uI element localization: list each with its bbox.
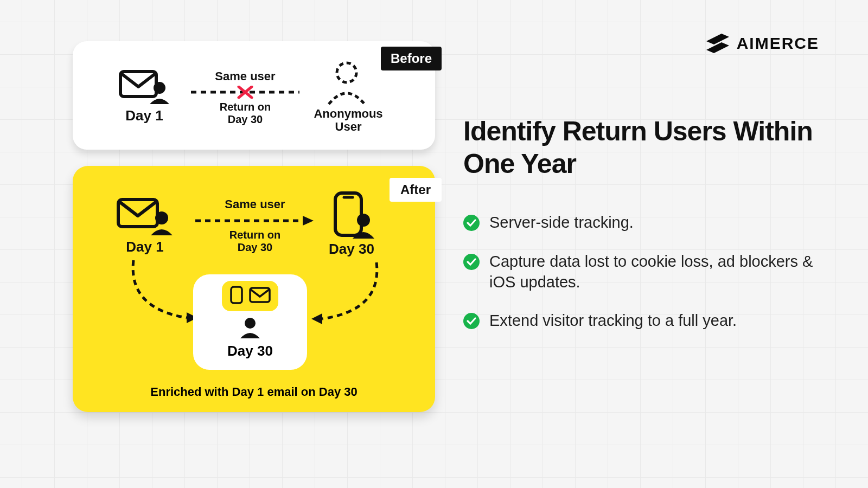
headline: Identify Return Users Within One Year — [463, 115, 821, 180]
bullet-text: Extend visitor tracking to a full year. — [489, 311, 737, 331]
curved-dashed-arrow-icon — [117, 259, 204, 332]
svg-point-1 — [463, 254, 480, 270]
bullet-item: Extend visitor tracking to a full year. — [463, 311, 821, 331]
svg-rect-12 — [335, 193, 361, 235]
enriched-caption: Enriched with Day 1 email on Day 30 — [73, 385, 435, 399]
svg-point-0 — [463, 215, 480, 231]
curved-dashed-arrow-icon — [301, 261, 393, 334]
email-user-icon — [115, 195, 175, 239]
before-badge: Before — [381, 47, 442, 70]
bullet-list: Server-side tracking. Capture data lost … — [463, 213, 821, 331]
dashed-right-arrow-icon — [195, 215, 315, 229]
svg-point-2 — [463, 313, 480, 329]
phone-icon — [229, 285, 244, 307]
after-badge: After — [390, 178, 442, 202]
svg-point-4 — [154, 82, 165, 94]
check-circle-icon — [463, 252, 480, 272]
brand-name: AIMERCE — [737, 34, 819, 53]
phone-user-icon — [329, 190, 378, 242]
bullet-text: Server-side tracking. — [489, 213, 634, 233]
svg-point-8 — [337, 63, 356, 82]
before-card: Before Day 1 Same user Return on Day 30 … — [73, 41, 435, 150]
enriched-user-box: Day 30 — [193, 274, 307, 370]
svg-point-17 — [245, 318, 256, 329]
after-card: After Day 1 Same user Return on Day 30 D… — [73, 166, 435, 412]
before-arrow-bottom-label: Return on Day 30 — [191, 101, 299, 126]
svg-rect-15 — [231, 287, 242, 303]
svg-rect-16 — [250, 288, 270, 302]
user-icon — [238, 316, 262, 342]
dashed-blocked-arrow-icon — [191, 86, 299, 101]
bullet-item: Capture data lost to cookie loss, ad blo… — [463, 252, 821, 292]
svg-point-14 — [357, 214, 370, 227]
before-arrow-top-label: Same user — [191, 69, 299, 84]
after-arrow-bottom-label: Return on Day 30 — [195, 229, 315, 254]
after-day1-label: Day 1 — [115, 239, 175, 255]
bullet-text: Capture data lost to cookie loss, ad blo… — [489, 252, 821, 292]
bullet-item: Server-side tracking. — [463, 213, 821, 233]
envelope-icon — [249, 287, 271, 305]
before-anonymous-label: Anonymous User — [310, 107, 386, 133]
before-day1-label: Day 1 — [117, 107, 171, 124]
email-user-icon — [117, 67, 171, 107]
brand-logo: AIMERCE — [705, 31, 819, 55]
anonymous-user-icon — [322, 59, 371, 110]
logo-mark-icon — [705, 31, 730, 55]
device-email-badge — [222, 281, 278, 311]
after-arrow-top-label: Same user — [195, 197, 315, 211]
right-column: Identify Return Users Within One Year Se… — [463, 115, 821, 331]
svg-point-10 — [155, 211, 168, 224]
check-circle-icon — [463, 213, 480, 233]
check-circle-icon — [463, 311, 480, 331]
inner-day30-label: Day 30 — [227, 343, 273, 359]
after-day30-label: Day 30 — [319, 241, 384, 258]
